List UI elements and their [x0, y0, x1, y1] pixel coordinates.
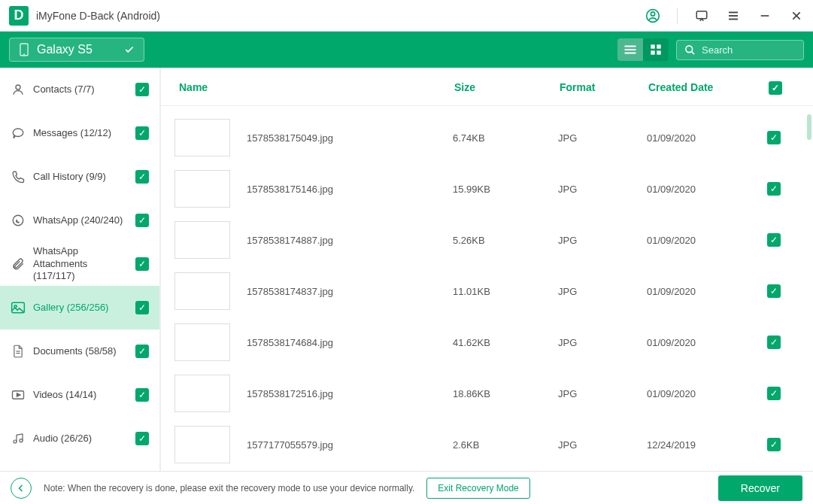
app-title: iMyFone D-Back (Android) — [36, 10, 645, 22]
svg-point-18 — [686, 45, 693, 52]
table-row[interactable]: 1578538174684.jpg41.62KBJPG01/09/2020✓ — [174, 317, 799, 368]
table-row[interactable]: 1578538175146.jpg15.99KBJPG01/09/2020✓ — [174, 163, 799, 214]
video-icon — [11, 388, 26, 402]
minimize-icon[interactable] — [757, 8, 772, 23]
table-body[interactable]: 1578538175049.jpg6.74KBJPG01/09/2020✓157… — [161, 106, 813, 471]
device-name: Galaxy S5 — [37, 43, 93, 56]
file-name: 1578538172516.jpg — [247, 388, 453, 399]
sidebar-item-label: Call History (9/9) — [33, 171, 128, 184]
sidebar-checkbox[interactable]: ✓ — [135, 257, 149, 271]
thumbnail — [174, 272, 230, 310]
file-size: 6.74KB — [453, 132, 558, 144]
sidebar-item-gallery[interactable]: Gallery (256/256)✓ — [0, 286, 159, 329]
back-button[interactable] — [11, 478, 32, 499]
sidebar: Contacts (7/7)✓Messages (12/12)✓Call His… — [0, 68, 161, 471]
svg-rect-2 — [696, 11, 707, 19]
row-checkbox[interactable]: ✓ — [767, 284, 781, 298]
row-checkbox[interactable]: ✓ — [767, 182, 781, 196]
search-icon — [684, 44, 696, 56]
sidebar-checkbox[interactable]: ✓ — [135, 214, 149, 227]
table-row[interactable]: 1578538172516.jpg18.86KBJPG01/09/2020✓ — [174, 368, 799, 419]
file-date: 01/09/2020 — [647, 132, 763, 144]
recover-button[interactable]: Recover — [718, 475, 802, 501]
row-checkbox[interactable]: ✓ — [767, 131, 781, 144]
sidebar-item-attach[interactable]: WhatsApp Attachments (117/117)✓ — [0, 242, 159, 286]
row-checkbox[interactable]: ✓ — [767, 387, 781, 400]
menu-icon[interactable] — [726, 8, 741, 23]
file-date: 12/24/2019 — [647, 439, 763, 451]
whatsapp-icon — [11, 214, 26, 227]
file-name: 1578538174887.jpg — [247, 235, 453, 246]
row-checkbox[interactable]: ✓ — [767, 438, 781, 451]
sidebar-item-video[interactable]: Videos (14/14)✓ — [0, 373, 159, 417]
search-input[interactable] — [702, 44, 813, 56]
svg-marker-28 — [17, 393, 21, 397]
phone-icon — [11, 170, 26, 184]
row-checkbox[interactable]: ✓ — [767, 335, 781, 349]
col-format[interactable]: Format — [560, 81, 648, 95]
close-icon[interactable] — [789, 8, 804, 23]
sidebar-checkbox[interactable]: ✓ — [135, 345, 149, 358]
svg-rect-9 — [20, 44, 28, 56]
attach-icon — [11, 257, 26, 271]
thumbnail — [174, 221, 230, 259]
sidebar-item-label: Documents (58/58) — [33, 345, 128, 358]
list-view-button[interactable] — [617, 38, 643, 61]
file-size: 5.26KB — [453, 235, 558, 246]
col-size[interactable]: Size — [454, 81, 560, 95]
thumbnail — [174, 323, 230, 361]
file-format: JPG — [558, 337, 647, 348]
gallery-icon — [11, 301, 26, 314]
table-row[interactable]: 1577177055579.jpg2.6KBJPG12/24/2019✓ — [174, 419, 799, 470]
footer-note: Note: When the recovery is done, please … — [44, 483, 414, 493]
file-format: JPG — [558, 235, 647, 246]
device-badge[interactable]: Galaxy S5 — [9, 38, 144, 62]
search-box[interactable] — [676, 40, 804, 60]
sidebar-item-label: WhatsApp (240/240) — [33, 214, 128, 227]
file-format: JPG — [558, 132, 647, 144]
document-icon — [11, 345, 26, 358]
sidebar-item-label: Audio (26/26) — [33, 433, 128, 445]
sidebar-item-label: Messages (12/12) — [33, 127, 128, 140]
thumbnail — [174, 426, 230, 463]
table-row[interactable]: 1578538174837.jpg11.01KBJPG01/09/2020✓ — [174, 266, 799, 317]
sidebar-checkbox[interactable]: ✓ — [135, 388, 149, 402]
sidebar-item-whatsapp[interactable]: WhatsApp (240/240)✓ — [0, 199, 159, 242]
file-name: 1578538175146.jpg — [247, 184, 453, 195]
sidebar-item-phone[interactable]: Call History (9/9)✓ — [0, 155, 159, 199]
sidebar-checkbox[interactable]: ✓ — [135, 126, 149, 140]
phone-icon — [19, 43, 29, 56]
grid-view-button[interactable] — [643, 38, 669, 61]
sidebar-checkbox[interactable]: ✓ — [135, 83, 149, 96]
file-format: JPG — [558, 439, 647, 451]
table-row[interactable]: 1578538174887.jpg5.26KBJPG01/09/2020✓ — [174, 214, 799, 266]
select-all-checkbox[interactable]: ✓ — [769, 81, 782, 95]
feedback-icon[interactable] — [694, 8, 709, 23]
sidebar-item-message[interactable]: Messages (12/12)✓ — [0, 111, 159, 155]
svg-rect-14 — [651, 44, 654, 48]
exit-recovery-button[interactable]: Exit Recovery Mode — [426, 478, 529, 499]
svg-point-1 — [651, 11, 654, 15]
table-row[interactable]: 1578538175049.jpg6.74KBJPG01/09/2020✓ — [174, 112, 799, 163]
col-name[interactable]: Name — [176, 81, 454, 95]
svg-point-29 — [14, 440, 17, 443]
titlebar-divider — [677, 8, 678, 24]
svg-line-19 — [691, 51, 694, 54]
sidebar-checkbox[interactable]: ✓ — [135, 301, 149, 314]
sidebar-item-contact[interactable]: Contacts (7/7)✓ — [0, 68, 159, 111]
sidebar-item-audio[interactable]: Audio (26/26)✓ — [0, 417, 159, 460]
svg-rect-15 — [657, 44, 660, 48]
view-toggle — [617, 38, 669, 61]
check-icon — [124, 44, 135, 55]
user-icon[interactable] — [645, 8, 660, 23]
thumbnail — [174, 375, 230, 412]
col-date[interactable]: Created Date — [648, 81, 765, 95]
file-size: 15.99KB — [453, 184, 558, 195]
svg-point-22 — [13, 215, 23, 226]
sidebar-checkbox[interactable]: ✓ — [135, 432, 149, 445]
sidebar-item-document[interactable]: Documents (58/58)✓ — [0, 329, 159, 373]
sidebar-checkbox[interactable]: ✓ — [135, 170, 149, 184]
scrollbar[interactable] — [807, 114, 811, 140]
contact-icon — [11, 83, 26, 96]
row-checkbox[interactable]: ✓ — [767, 233, 781, 247]
